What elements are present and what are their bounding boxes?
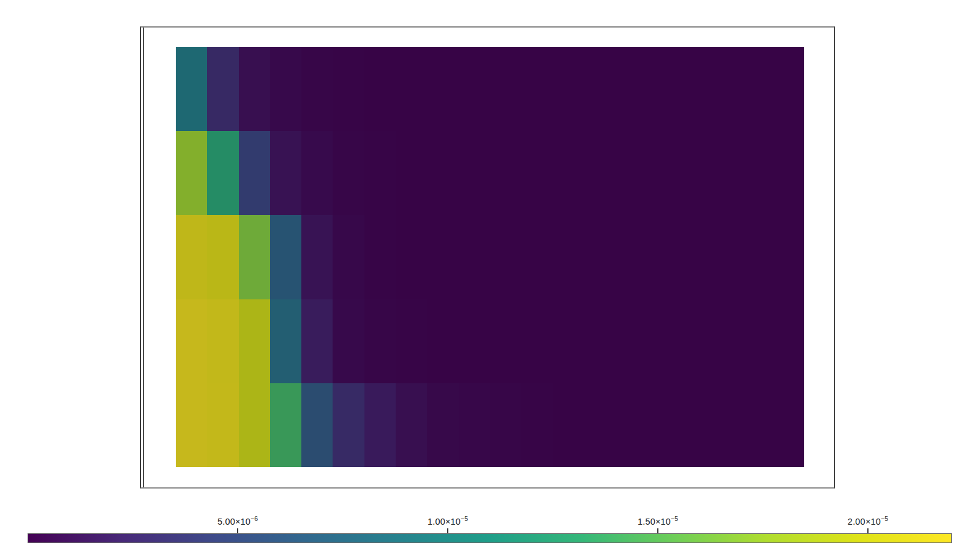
heatmap-cell bbox=[490, 299, 521, 383]
tick-label-base: 1.50×10 bbox=[638, 517, 671, 527]
heatmap-cell bbox=[616, 47, 647, 131]
heatmap-cell bbox=[176, 299, 207, 383]
heatmap-cell bbox=[364, 47, 396, 131]
heatmap-cell bbox=[239, 383, 270, 467]
heatmap-cell bbox=[301, 299, 333, 383]
heatmap-cell bbox=[521, 299, 552, 383]
heatmap-cell bbox=[333, 131, 364, 215]
tick-label-exponent: −6 bbox=[251, 515, 258, 522]
tick-label-base: 1.00×10 bbox=[428, 517, 461, 527]
heatmap-cell bbox=[396, 383, 427, 467]
colorbar-tick-label: 5.00×10−6 bbox=[217, 515, 258, 527]
heatmap-cell bbox=[679, 383, 710, 467]
heatmap-cell bbox=[364, 383, 396, 467]
heatmap-cell bbox=[459, 299, 490, 383]
heatmap-cell bbox=[333, 47, 364, 131]
heatmap-cell bbox=[427, 131, 458, 215]
heatmap-cell bbox=[364, 131, 396, 215]
heatmap-cell bbox=[679, 299, 710, 383]
heatmap-cell bbox=[396, 299, 427, 383]
heatmap-cell bbox=[553, 383, 584, 467]
heatmap-cell bbox=[270, 47, 301, 131]
heatmap-cell bbox=[741, 215, 772, 299]
heatmap-cell bbox=[207, 215, 238, 299]
heatmap-cell bbox=[427, 383, 458, 467]
heatmap-cell bbox=[584, 299, 616, 383]
heatmap-cell bbox=[679, 215, 710, 299]
heatmap-cell bbox=[741, 131, 772, 215]
heatmap-cell bbox=[239, 299, 270, 383]
heatmap-cell bbox=[176, 131, 207, 215]
heatmap-cell bbox=[301, 131, 333, 215]
heatmap-cell bbox=[301, 383, 333, 467]
heatmap-cell bbox=[207, 299, 238, 383]
heatmap-cell bbox=[364, 299, 396, 383]
heatmap-cell bbox=[207, 383, 238, 467]
heatmap-cell bbox=[301, 215, 333, 299]
heatmap-cell bbox=[741, 47, 772, 131]
heatmap-cell bbox=[521, 47, 552, 131]
heatmap-cell bbox=[553, 299, 584, 383]
heatmap-cell bbox=[301, 47, 333, 131]
heatmap-cell bbox=[647, 299, 678, 383]
heatmap-cell bbox=[427, 299, 458, 383]
heatmap-cell bbox=[553, 131, 584, 215]
heatmap-cell bbox=[710, 299, 741, 383]
heatmap-cell bbox=[333, 299, 364, 383]
heatmap bbox=[176, 47, 804, 467]
heatmap-cell bbox=[584, 215, 616, 299]
heatmap-cell bbox=[396, 47, 427, 131]
heatmap-cell bbox=[710, 215, 741, 299]
heatmap-cell bbox=[490, 215, 521, 299]
heatmap-cell bbox=[773, 383, 804, 467]
heatmap-cell bbox=[584, 131, 616, 215]
heatmap-cell bbox=[490, 383, 521, 467]
heatmap-cell bbox=[521, 383, 552, 467]
heatmap-cell bbox=[427, 47, 458, 131]
heatmap-cell bbox=[459, 47, 490, 131]
heatmap-cell bbox=[773, 131, 804, 215]
heatmap-cell bbox=[647, 383, 678, 467]
heatmap-cell bbox=[270, 131, 301, 215]
heatmap-cell bbox=[710, 383, 741, 467]
tick-label-exponent: −5 bbox=[671, 515, 678, 522]
tick-label-base: 2.00×10 bbox=[848, 517, 881, 527]
heatmap-cell bbox=[679, 131, 710, 215]
heatmap-cell bbox=[270, 299, 301, 383]
heatmap-cell bbox=[270, 215, 301, 299]
heatmap-cell bbox=[773, 47, 804, 131]
heatmap-cell bbox=[584, 383, 616, 467]
heatmap-cell bbox=[333, 383, 364, 467]
colorbar-tick-label: 1.00×10−5 bbox=[428, 515, 468, 527]
heatmap-cell bbox=[490, 47, 521, 131]
heatmap-cell bbox=[207, 47, 238, 131]
colorbar-tick-label: 2.00×10−5 bbox=[848, 515, 888, 527]
heatmap-cell bbox=[616, 131, 647, 215]
heatmap-cell bbox=[521, 131, 552, 215]
heatmap-cell bbox=[176, 47, 207, 131]
heatmap-cell bbox=[584, 47, 616, 131]
heatmap-cell bbox=[773, 215, 804, 299]
heatmap-cell bbox=[679, 47, 710, 131]
heatmap-cell bbox=[553, 47, 584, 131]
colorbar-tick bbox=[447, 528, 448, 533]
heatmap-cell bbox=[647, 215, 678, 299]
heatmap-cell bbox=[647, 131, 678, 215]
heatmap-cell bbox=[176, 383, 207, 467]
colorbar-tick bbox=[237, 528, 238, 533]
heatmap-cell bbox=[616, 215, 647, 299]
heatmap-cell bbox=[239, 131, 270, 215]
heatmap-cell bbox=[270, 383, 301, 467]
figure-canvas: 5.00×10−6 1.00×10−5 1.50×10−5 2.00×10−5 bbox=[0, 0, 980, 551]
heatmap-cell bbox=[710, 131, 741, 215]
heatmap-cell bbox=[459, 215, 490, 299]
colorbar-tick-label: 1.50×10−5 bbox=[638, 515, 678, 527]
colorbar bbox=[28, 533, 952, 543]
heatmap-cell bbox=[396, 215, 427, 299]
heatmap-cell bbox=[427, 215, 458, 299]
heatmap-cell bbox=[176, 215, 207, 299]
tick-label-exponent: −5 bbox=[461, 515, 468, 522]
heatmap-cell bbox=[521, 215, 552, 299]
heatmap-cell bbox=[741, 299, 772, 383]
heatmap-cell bbox=[647, 47, 678, 131]
